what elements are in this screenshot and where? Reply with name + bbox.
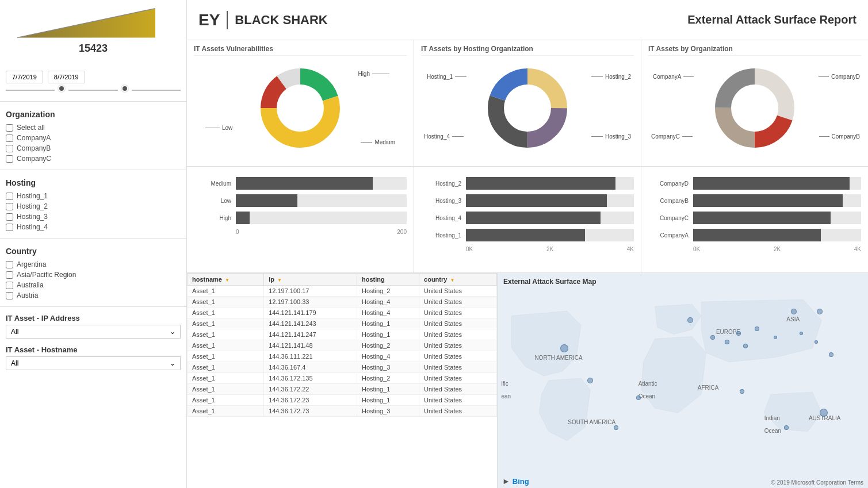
- checkbox-austria[interactable]: [6, 292, 13, 299]
- map-dot[interactable]: [587, 378, 593, 383]
- filter-item-hosting4[interactable]: Hosting_4: [6, 222, 181, 232]
- companyC-bar-row: CompanyC: [648, 212, 861, 224]
- col-ip[interactable]: ip ▼: [264, 274, 357, 286]
- bing-logo: Bing: [513, 477, 529, 486]
- table-cell: 144.36.172.73: [264, 406, 357, 417]
- hosting1-bar-fill: [466, 229, 585, 241]
- slider-dot-right[interactable]: [121, 85, 128, 92]
- map-dot[interactable]: [815, 340, 818, 344]
- map-dot[interactable]: [817, 309, 823, 314]
- filter-item-companyC[interactable]: CompanyC: [6, 153, 181, 164]
- hosting1-bar-label: Hosting_1: [421, 232, 461, 239]
- hosting-bar-chart: Hosting_2 Hosting_3 Hostin: [414, 167, 641, 272]
- vulnerabilities-panel: IT Assets Vulnerabilities High: [187, 40, 414, 166]
- sidebar-header: 15423: [0, 0, 186, 66]
- brand-name: BLACK SHARK: [235, 13, 327, 28]
- filter-item-hosting2[interactable]: Hosting_2: [6, 201, 181, 212]
- charts-row-2: Medium Low High: [187, 167, 868, 273]
- companyD-bar-label: CompanyD: [648, 180, 689, 187]
- hosting3-label: Hosting_3: [605, 133, 631, 140]
- companyC-label: CompanyC: [651, 133, 680, 140]
- table-row: Asset_112.197.100.17Hosting_2United Stat…: [188, 286, 497, 297]
- map-dot[interactable]: [743, 344, 748, 348]
- table-row: Asset_1144.36.172.73Hosting_3United Stat…: [188, 406, 497, 417]
- col-hostname[interactable]: hostname ▼: [188, 274, 264, 286]
- filter-item-hosting3[interactable]: Hosting_3: [6, 212, 181, 222]
- map-dot[interactable]: [820, 409, 828, 417]
- table-cell: 144.121.141.179: [264, 308, 357, 318]
- filter-label-australia: Australia: [17, 281, 44, 289]
- table-cell: Asset_1: [188, 308, 264, 318]
- vuln-axis-0: 0: [236, 229, 239, 235]
- filter-item-australia[interactable]: Australia: [6, 280, 181, 290]
- hosting2-label: Hosting_2: [605, 74, 631, 80]
- map-dot[interactable]: [636, 395, 641, 400]
- checkbox-australia[interactable]: [6, 282, 13, 289]
- date-end-btn[interactable]: 8/7/2019: [48, 71, 85, 83]
- vuln-low-bar-row: Low: [194, 194, 407, 207]
- table-row: Asset_1144.121.141.179Hosting_4United St…: [188, 308, 497, 318]
- hostname-filter-dropdown[interactable]: All ⌄: [6, 356, 181, 370]
- map-dot[interactable]: [710, 335, 715, 340]
- map-dot[interactable]: [740, 389, 744, 394]
- checkbox-hosting4[interactable]: [6, 224, 13, 231]
- map-dot[interactable]: [774, 336, 777, 339]
- date-start-btn[interactable]: 7/7/2019: [6, 71, 43, 83]
- map-dot[interactable]: [784, 425, 789, 430]
- map-dot[interactable]: [560, 344, 568, 352]
- map-dot[interactable]: [687, 317, 693, 323]
- table-cell: Hosting_1: [357, 384, 419, 395]
- table-cell: Hosting_1: [357, 395, 419, 406]
- map-dot[interactable]: [791, 309, 797, 314]
- hosting2-bar-row: Hosting_2: [421, 177, 634, 190]
- bing-b-icon: ►: [502, 477, 510, 486]
- table-cell: 12.197.100.33: [264, 297, 357, 308]
- vuln-medium-label: Medium: [374, 139, 395, 145]
- filter-item-austria[interactable]: Austria: [6, 290, 181, 301]
- brand-ey: EY: [198, 11, 220, 29]
- filter-label-austria: Austria: [17, 291, 38, 299]
- filter-item-companyA[interactable]: CompanyA: [6, 133, 181, 143]
- hosting4-bar-fill: [466, 212, 601, 224]
- vuln-axis-200: 200: [397, 229, 407, 235]
- checkbox-hosting2[interactable]: [6, 203, 13, 210]
- col-country[interactable]: country ▼: [419, 274, 497, 286]
- map-dot[interactable]: [800, 332, 803, 335]
- map-dot[interactable]: [755, 326, 759, 331]
- map-dot[interactable]: [829, 352, 833, 357]
- checkbox-argentina[interactable]: [6, 261, 13, 268]
- map-dot[interactable]: [736, 331, 741, 336]
- table-cell: Asset_1: [188, 384, 264, 395]
- map-dot[interactable]: [614, 425, 618, 430]
- map-panel: External Attack Surface Map: [498, 273, 868, 488]
- col-hosting[interactable]: hosting: [357, 274, 419, 286]
- checkbox-select-all[interactable]: [6, 124, 13, 132]
- filter-item-hosting1[interactable]: Hosting_1: [6, 191, 181, 201]
- map-dot[interactable]: [725, 340, 729, 344]
- vuln-medium-bar-row: Medium: [194, 177, 407, 190]
- ip-filter-dropdown[interactable]: All ⌄: [6, 325, 181, 339]
- checkbox-companyB[interactable]: [6, 145, 13, 152]
- table-cell: 12.197.100.17: [264, 286, 357, 297]
- slider-dot-left[interactable]: [58, 85, 65, 92]
- hosting-axis-4k: 4K: [627, 246, 634, 252]
- table-cell: United States: [419, 351, 497, 362]
- checkbox-hosting1[interactable]: [6, 193, 13, 200]
- filter-item-asia-pacific[interactable]: Asia/Pacific Region: [6, 270, 181, 280]
- vuln-bar-chart: Medium Low High: [187, 167, 414, 272]
- filter-item-select-all[interactable]: Select all: [6, 122, 181, 133]
- hosting2-bar-fill: [466, 177, 615, 190]
- checkbox-companyA[interactable]: [6, 135, 13, 142]
- organization-donut: CompanyA CompanyD CompanyC: [648, 59, 861, 157]
- checkbox-companyC[interactable]: [6, 155, 13, 163]
- svg-point-6: [277, 85, 323, 131]
- ms-footer: © 2019 Microsoft Corporation Terms: [771, 479, 863, 486]
- data-table-panel: hostname ▼ ip ▼ hosting country ▼ Asset_…: [187, 273, 498, 488]
- brand-divider: [227, 11, 228, 29]
- filter-item-companyB[interactable]: CompanyB: [6, 143, 181, 153]
- checkbox-asia-pacific[interactable]: [6, 271, 13, 279]
- checkbox-hosting3[interactable]: [6, 213, 13, 221]
- filter-item-argentina[interactable]: Argentina: [6, 259, 181, 270]
- hosting4-bar-label: Hosting_4: [421, 215, 461, 221]
- table-cell: Asset_1: [188, 340, 264, 351]
